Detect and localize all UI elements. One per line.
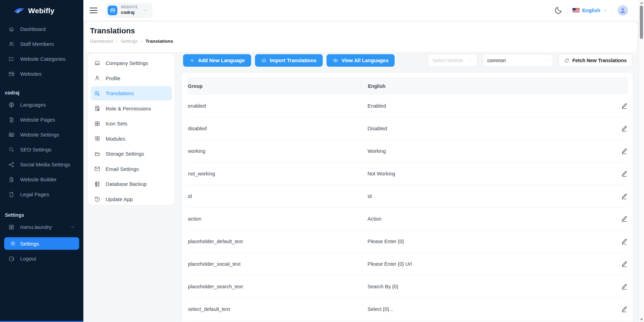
- sidebar-item-label: Dashboard: [20, 26, 46, 32]
- gear-icon: [10, 240, 16, 247]
- grid-icon: [8, 224, 15, 230]
- topbar-right: English: [554, 5, 628, 16]
- edit-pencil-icon[interactable]: [621, 170, 628, 177]
- website-selector-value: codraj: [121, 10, 138, 15]
- table-row: placeholder_social_text Please Enter {0}…: [187, 253, 628, 275]
- select-module-dropdown[interactable]: Select Module: [428, 54, 477, 67]
- settings-menu-item[interactable]: Profile: [91, 71, 172, 85]
- add-new-language-button[interactable]: Add New Language: [183, 54, 251, 67]
- brand[interactable]: Webifly: [0, 0, 83, 22]
- sidebar-item[interactable]: Dashboard: [0, 22, 83, 36]
- sidebar-site-nav: Languages Website Pages Website Settings…: [0, 97, 83, 202]
- settings-menu-item-icon: [94, 181, 100, 187]
- sidebar-item[interactable]: Legal Pages: [0, 187, 83, 202]
- column-header-english: English: [361, 82, 386, 91]
- refresh-icon: [564, 58, 569, 63]
- group-cell: placeholder_social_text: [187, 261, 361, 267]
- sidebar-item-label: Staff Members: [20, 41, 54, 47]
- table-row: placeholder_default_text Please Enter {0…: [187, 230, 628, 253]
- table-row: placeholder_search_text Search By {0}: [187, 275, 628, 298]
- settings-menu-item-icon: [94, 135, 100, 142]
- sidebar-item[interactable]: Website Pages: [0, 112, 83, 127]
- english-cell: Not Working: [361, 171, 395, 176]
- settings-menu-item-label: Profile: [106, 75, 121, 81]
- fetch-new-translations-button[interactable]: Fetch New Translations: [559, 54, 632, 67]
- view-all-languages-button[interactable]: View All Languages: [327, 54, 395, 67]
- hamburger-menu-icon[interactable]: [90, 8, 97, 13]
- sidebar-item-logout[interactable]: Logout: [0, 251, 83, 266]
- action-cell: [621, 283, 628, 290]
- table-row: action Action: [187, 208, 628, 230]
- logout-icon: [8, 256, 15, 262]
- sidebar-item-menu-laundry[interactable]: menu.laundry: [0, 220, 83, 234]
- settings-menu-item[interactable]: Database Backup: [91, 177, 172, 191]
- settings-menu-item[interactable]: Modules: [91, 132, 172, 146]
- settings-menu-item[interactable]: Storage Settings: [91, 147, 172, 161]
- chevron-down-icon: [70, 225, 75, 230]
- import-translations-button[interactable]: Import Translations: [255, 54, 323, 67]
- settings-menu-item-icon: [94, 60, 100, 66]
- edit-pencil-icon[interactable]: [621, 125, 628, 132]
- edit-pencil-icon[interactable]: [621, 283, 628, 290]
- sidebar-item[interactable]: Languages: [0, 97, 83, 112]
- action-cell: [621, 102, 628, 109]
- settings-menu-item-icon: [94, 121, 100, 127]
- chevron-down-icon: [603, 8, 608, 13]
- sidebar-item[interactable]: Social Media Settings: [0, 157, 83, 172]
- english-cell: Action: [361, 216, 381, 222]
- edit-pencil-icon[interactable]: [621, 102, 628, 109]
- vertical-scrollbar[interactable]: [638, 0, 644, 322]
- action-cell: [621, 261, 628, 267]
- sidebar-item-label: Website Categories: [20, 56, 66, 62]
- dark-mode-toggle-moon-icon[interactable]: [554, 6, 562, 15]
- settings-menu: Company Settings Profile Translations Ro…: [88, 53, 175, 205]
- settings-menu-item-label: Database Backup: [106, 181, 147, 187]
- user-avatar[interactable]: [618, 5, 628, 16]
- edit-pencil-icon[interactable]: [621, 306, 628, 313]
- settings-menu-item[interactable]: Role & Permissions: [91, 101, 172, 116]
- breadcrumb-item[interactable]: Translations: [146, 39, 173, 44]
- sidebar-item-label: Legal Pages: [20, 191, 49, 197]
- settings-menu-item-icon: [94, 105, 100, 112]
- edit-pencil-icon[interactable]: [621, 215, 628, 222]
- group-dropdown[interactable]: common: [483, 54, 553, 67]
- webifly-logo-icon: [13, 7, 25, 15]
- settings-menu-item[interactable]: Company Settings: [91, 56, 172, 70]
- sidebar-item[interactable]: Website Settings: [0, 127, 83, 142]
- scroll-down-arrow-icon[interactable]: [640, 319, 643, 321]
- sidebar-item-settings[interactable]: Settings: [4, 237, 79, 250]
- edit-pencil-icon[interactable]: [621, 238, 628, 245]
- sidebar-item[interactable]: Website Categories: [0, 51, 83, 66]
- edit-pencil-icon[interactable]: [621, 148, 628, 155]
- sidebar-item[interactable]: Staff Members: [0, 36, 83, 51]
- breadcrumb-item[interactable]: Dashboard: [90, 39, 113, 44]
- sidebar-item[interactable]: Websites: [0, 66, 83, 81]
- edit-pencil-icon[interactable]: [621, 193, 628, 200]
- settings-menu-item[interactable]: Update App: [91, 192, 172, 206]
- scroll-up-arrow-icon[interactable]: [640, 2, 643, 4]
- eye-icon: [333, 58, 338, 63]
- group-cell: placeholder_default_text: [187, 239, 361, 244]
- sidebar-item[interactable]: SEO Settings: [0, 142, 83, 157]
- sidebar-section-settings: Settings: [0, 212, 83, 218]
- settings-menu-item-label: Email Settings: [106, 166, 139, 172]
- edit-pencil-icon[interactable]: [621, 261, 628, 267]
- settings-menu-item[interactable]: Email Settings: [91, 162, 172, 176]
- language-label: English: [582, 8, 600, 13]
- settings-menu-item[interactable]: Translations: [91, 86, 172, 100]
- scrollbar-thumb[interactable]: [640, 6, 643, 39]
- settings-menu-item-icon: [94, 75, 100, 81]
- sidebar-item[interactable]: Website Builder: [0, 172, 83, 187]
- table-row: id Id: [187, 185, 628, 208]
- settings-menu-item[interactable]: Icon Sets: [91, 116, 172, 131]
- english-cell: Search By {0}: [361, 284, 398, 289]
- action-cell: [621, 306, 628, 313]
- sidebar-item-label: Website Builder: [20, 176, 57, 182]
- sidebar-item-icon: [8, 176, 15, 183]
- breadcrumb-separator: -: [141, 39, 142, 44]
- english-cell: Please Enter {0} Url: [361, 261, 412, 267]
- breadcrumb-item[interactable]: Settings: [121, 39, 138, 44]
- language-selector[interactable]: English: [572, 8, 608, 13]
- website-selector[interactable]: WEBSITE codraj: [105, 3, 152, 18]
- divider: [567, 7, 568, 14]
